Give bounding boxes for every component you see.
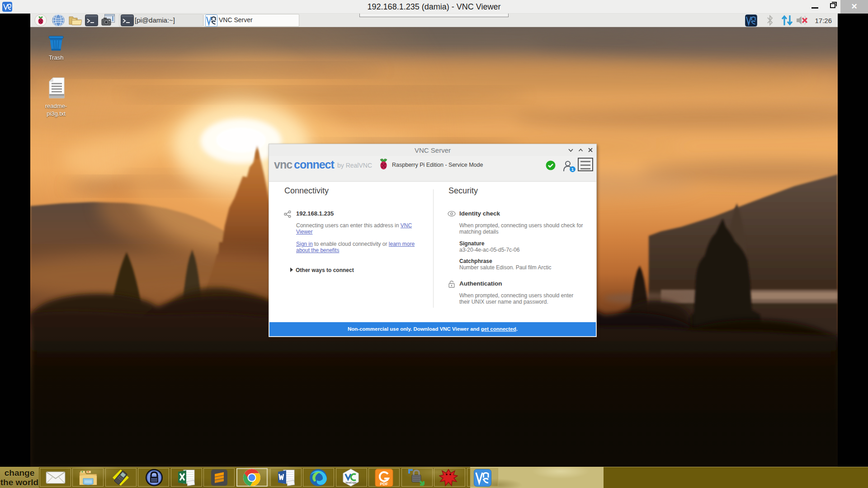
svg-text:1: 1 [571, 167, 574, 172]
svg-text:PDF: PDF [380, 482, 389, 486]
svg-text:VeraCrypt: VeraCrypt [345, 481, 356, 484]
